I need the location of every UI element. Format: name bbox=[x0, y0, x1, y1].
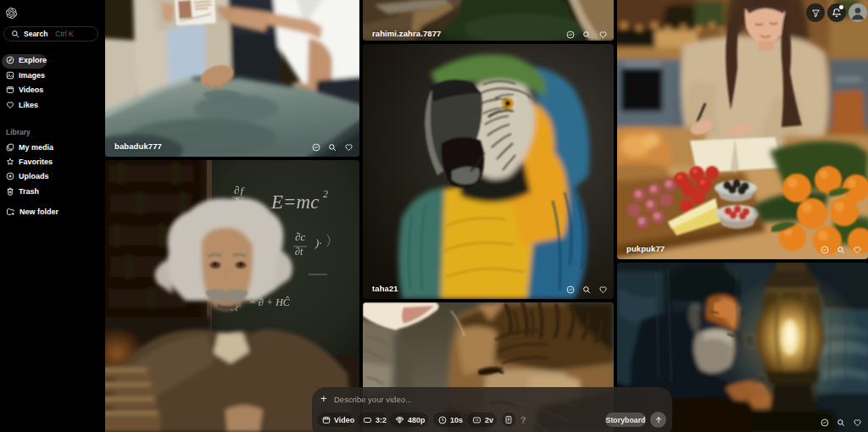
svg-text:)·: )· bbox=[314, 236, 322, 249]
svg-text:2: 2 bbox=[323, 188, 328, 200]
svg-text:∂t: ∂t bbox=[295, 246, 303, 258]
svg-text:E=mc: E=mc bbox=[270, 191, 319, 213]
svg-text:∂ƒ: ∂ƒ bbox=[234, 184, 245, 197]
svg-text:∂c: ∂c bbox=[295, 230, 305, 243]
